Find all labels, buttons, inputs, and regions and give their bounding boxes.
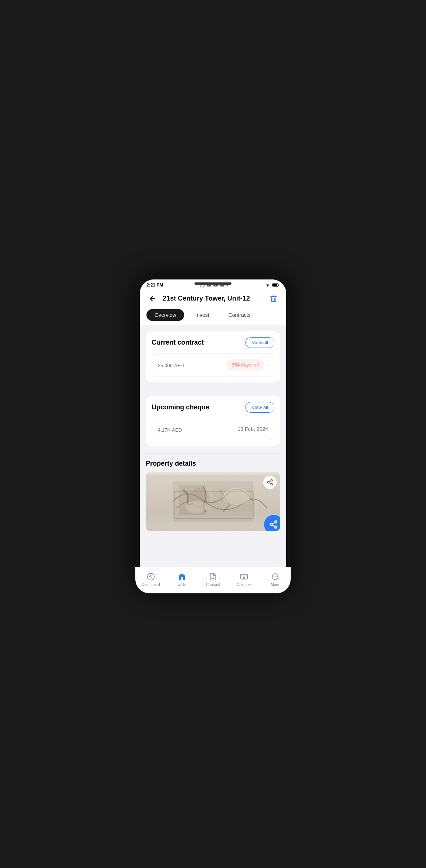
section-divider-2: [146, 453, 280, 454]
dashboard-label: Dashboard: [142, 583, 160, 587]
contract-card[interactable]: 25,000AED 364 days left ›: [152, 353, 274, 376]
svg-point-7: [267, 286, 268, 287]
current-contract-view-all[interactable]: View all: [245, 337, 274, 348]
phone-notch: [195, 282, 231, 285]
tab-invest[interactable]: Invest: [187, 309, 217, 321]
svg-point-35: [277, 576, 278, 577]
contract-currency: AED: [174, 363, 184, 368]
tabs-container: Overview Invest Contracts: [140, 305, 286, 325]
status-right-icons: [265, 283, 280, 287]
current-contract-title: Current contract: [152, 339, 204, 346]
contract-amount-container: 25,000AED: [158, 360, 184, 369]
upcoming-cheque-view-all[interactable]: View all: [245, 402, 274, 413]
svg-point-16: [186, 500, 206, 513]
delete-button[interactable]: [268, 293, 280, 305]
days-left-text: 364 days left: [232, 362, 259, 368]
phone-screen: 2:21 PM: [140, 279, 286, 589]
units-icon: [178, 572, 186, 581]
cheque-amount: 4.17KAED: [158, 424, 182, 433]
more-label: More: [271, 583, 280, 587]
bottom-nav: Dashboard Units: [140, 567, 286, 589]
upcoming-cheque-title: Upcoming cheque: [152, 403, 209, 411]
svg-point-15: [223, 488, 250, 505]
days-left-badge: 364 days left: [227, 359, 264, 370]
upcoming-cheque-header: Upcoming cheque View all: [152, 402, 274, 413]
cheque-currency: AED: [172, 427, 182, 433]
phone-frame: 2:21 PM: [135, 275, 291, 593]
status-time: 2:21 PM: [146, 282, 163, 288]
contract-label: Contract: [206, 583, 220, 587]
svg-line-20: [269, 483, 271, 484]
back-button[interactable]: [146, 293, 158, 305]
cheque-amount-container: 4.17KAED: [158, 424, 182, 434]
upcoming-cheque-section: Upcoming cheque View all 4.17KAED 13 Feb…: [146, 396, 280, 446]
nav-item-more[interactable]: More: [260, 572, 286, 587]
battery-icon: [272, 283, 280, 287]
chevron-right-icon: ›: [266, 362, 268, 368]
property-art: [146, 472, 280, 531]
share-button-small[interactable]: [263, 476, 277, 489]
header: 21st Century Tower, Unit-12: [140, 289, 286, 305]
nav-item-units[interactable]: Units: [166, 572, 197, 587]
cheques-label: Cheques: [237, 583, 251, 587]
svg-rect-9: [273, 284, 277, 286]
property-image: [146, 472, 280, 531]
cheque-card[interactable]: 4.17KAED 13 Feb, 2024: [152, 418, 274, 440]
property-details-section: Property details: [146, 460, 280, 531]
tab-contracts[interactable]: Contracts: [220, 309, 259, 321]
svg-line-26: [273, 522, 275, 524]
page-title: 21st Century Tower, Unit-12: [163, 295, 263, 302]
current-contract-header: Current contract View all: [152, 337, 274, 348]
nav-item-cheques[interactable]: $ Cheques: [229, 572, 260, 587]
svg-line-25: [273, 525, 275, 526]
tab-overview[interactable]: Overview: [146, 309, 184, 321]
contract-amount-value: 25,000: [158, 363, 173, 368]
current-contract-section: Current contract View all 25,000AED 364 …: [146, 331, 280, 382]
cheques-icon: $: [240, 572, 248, 581]
cheque-amount-value: 4.17K: [158, 427, 170, 433]
svg-line-21: [269, 480, 271, 482]
more-icon: [271, 572, 280, 581]
dashboard-icon: [146, 572, 155, 581]
wifi-icon: [265, 283, 271, 287]
main-content: Current contract View all 25,000AED 364 …: [140, 325, 286, 589]
days-left-container: 364 days left ›: [227, 359, 268, 370]
svg-point-34: [275, 576, 276, 577]
nav-item-dashboard[interactable]: Dashboard: [140, 572, 166, 587]
units-label: Units: [178, 583, 186, 587]
svg-point-33: [272, 576, 273, 577]
cheque-date: 13 Feb, 2024: [237, 426, 268, 432]
nav-item-contract[interactable]: Contract: [197, 572, 229, 587]
property-details-title: Property details: [146, 460, 280, 467]
contract-amount: 25,000AED: [158, 360, 184, 369]
contract-icon: [209, 572, 217, 581]
section-divider-1: [146, 390, 280, 390]
